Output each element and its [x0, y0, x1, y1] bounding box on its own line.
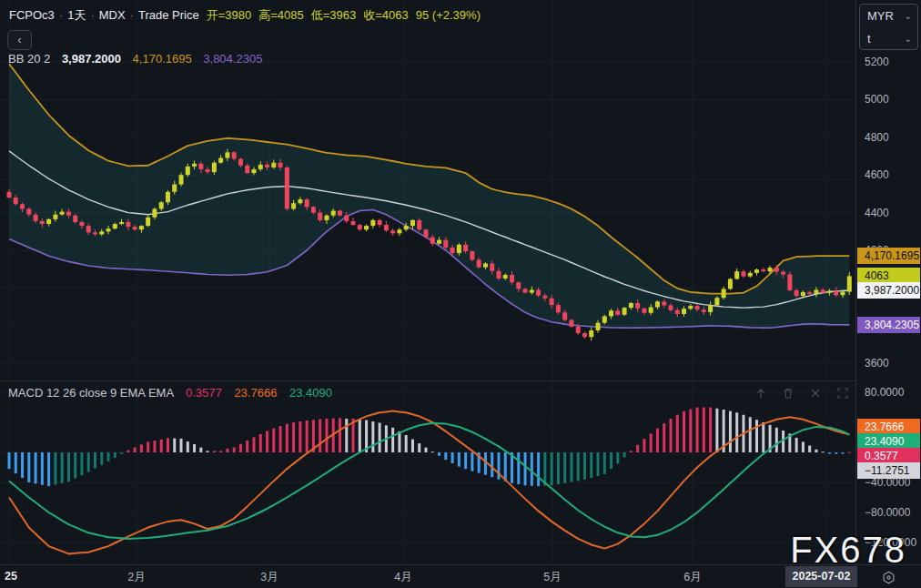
- candle-body: [238, 159, 243, 166]
- month-label: 5月: [543, 570, 561, 585]
- candle-body: [695, 306, 700, 309]
- candle-body: [542, 296, 547, 299]
- candle-body: [14, 198, 18, 204]
- macd-hist-bar: [114, 452, 116, 458]
- macd-hist-bar: [339, 418, 341, 452]
- macd-hist-bar: [391, 428, 394, 452]
- candle-body: [708, 305, 713, 311]
- candle-body: [496, 271, 501, 279]
- pane-separator[interactable]: [0, 380, 921, 381]
- price-tag[interactable]: 3,987.2000: [857, 282, 920, 299]
- macd-hist-bar: [359, 420, 361, 452]
- price-tag[interactable]: 4,170.1695: [857, 248, 920, 264]
- candle-body: [669, 305, 673, 309]
- macd-hist-bar: [749, 417, 752, 452]
- candle-body: [787, 274, 792, 289]
- candle-body: [457, 245, 461, 253]
- candle-body: [258, 165, 263, 169]
- macd-hist-bar: [199, 448, 202, 452]
- candle-body: [615, 310, 620, 315]
- candle-body: [26, 208, 31, 214]
- candle-body: [477, 259, 481, 267]
- macd-hist-bar: [233, 448, 236, 453]
- price-tick-label: 4600: [865, 168, 889, 181]
- candle-body: [424, 229, 429, 237]
- macd-hist-bar: [828, 452, 831, 454]
- macd-legend[interactable]: MACD 12 26 close 9 EMA EMA 0.3577 23.766…: [8, 386, 332, 400]
- macd-tag[interactable]: −11.2751: [857, 462, 920, 479]
- candle-body: [198, 164, 203, 169]
- ohlc-open: 开=3980: [207, 8, 252, 22]
- candle-body: [827, 291, 832, 293]
- candle-body: [470, 251, 474, 259]
- ohlc-low: 低=3963: [311, 8, 357, 22]
- month-label: 6月: [683, 570, 701, 585]
- candle-body: [702, 309, 706, 312]
- bb-legend[interactable]: BB 20 2 3,987.2000 4,170.1695 3,804.2305: [8, 52, 262, 66]
- bb-basis-value: 3,987.2000: [62, 52, 121, 66]
- candle-body: [589, 330, 593, 337]
- price-tick-label: 5000: [865, 93, 889, 106]
- macd-hist-bar: [683, 411, 685, 452]
- macd-hist-bar: [689, 410, 692, 452]
- price-tag[interactable]: 3,804.2305: [857, 317, 920, 333]
- macd-hist-bar: [524, 452, 527, 485]
- candle-body: [562, 312, 567, 319]
- macd-hist-bar: [266, 431, 268, 452]
- candle-body: [536, 289, 541, 295]
- close-pane-icon[interactable]: [808, 386, 826, 400]
- macd-hist-bar: [703, 408, 705, 453]
- currency-dropdown[interactable]: MYR ⌄: [860, 5, 917, 27]
- candle-body: [774, 268, 779, 272]
- bb-lower-value: 3,804.2305: [203, 52, 262, 66]
- macd-hist-bar: [775, 428, 778, 452]
- candle-body: [682, 309, 686, 314]
- macd-hist-bar: [438, 452, 440, 456]
- chevron-down-icon: ⌄: [905, 5, 912, 27]
- macd-tick-label: −120.0000: [865, 536, 916, 549]
- macd-hist-bar: [180, 439, 183, 452]
- macd-hist-bar: [531, 452, 533, 486]
- candle-body: [596, 323, 601, 330]
- macd-hist-bar: [120, 452, 123, 454]
- candle-body: [40, 221, 45, 224]
- month-label: 4月: [394, 570, 411, 585]
- bb-upper-value: 4,170.1695: [133, 52, 192, 66]
- back-button[interactable]: ‹: [7, 30, 32, 50]
- macd-hist-bar: [67, 452, 70, 482]
- macd-hist-bar: [650, 433, 653, 452]
- move-pane-up-icon[interactable]: [754, 386, 772, 400]
- macd-hist-bar: [15, 452, 17, 473]
- candle-body: [807, 292, 812, 294]
- chart-canvas[interactable]: [0, 0, 855, 564]
- price-tick-label: 3600: [865, 357, 889, 370]
- candle-body: [734, 271, 739, 279]
- candle-body: [34, 215, 38, 221]
- candle-body: [397, 229, 401, 233]
- symbol-name[interactable]: FCPOc3: [9, 8, 55, 22]
- macd-hist-bar: [848, 452, 851, 453]
- symbol-header: FCPOc3·1天·MDX·Trade Price开=3980高=4085低=3…: [9, 7, 481, 24]
- macd-hist-bar: [616, 452, 619, 463]
- candle-body: [99, 231, 104, 234]
- unit-dropdown[interactable]: t ⌄: [860, 27, 917, 50]
- maximize-pane-icon[interactable]: [835, 386, 854, 400]
- candle-body: [768, 268, 773, 271]
- axis-settings-button[interactable]: [856, 565, 921, 588]
- macd-hist-bar: [213, 451, 216, 452]
- time-axis[interactable]: 2025-07-02 252月3月4月5月6月: [0, 564, 921, 588]
- candle-body: [390, 230, 395, 233]
- candle-body: [186, 167, 190, 175]
- ohlc-high: 高=4085: [258, 8, 304, 22]
- candle-body: [794, 290, 799, 296]
- interval-label[interactable]: 1天: [67, 8, 86, 22]
- price-axis[interactable]: MYR ⌄ t ⌄ 520050004800460044004200400038…: [855, 0, 921, 564]
- macd-hist-bar: [835, 452, 837, 454]
- macd-hist-bar: [74, 452, 76, 479]
- macd-hist-bar: [345, 419, 348, 452]
- candle-body: [430, 238, 435, 244]
- macd-hist-bar: [379, 423, 381, 452]
- macd-tick-label: −80.0000: [865, 506, 910, 519]
- delete-pane-icon[interactable]: [781, 386, 799, 400]
- macd-hist-bar: [35, 452, 37, 483]
